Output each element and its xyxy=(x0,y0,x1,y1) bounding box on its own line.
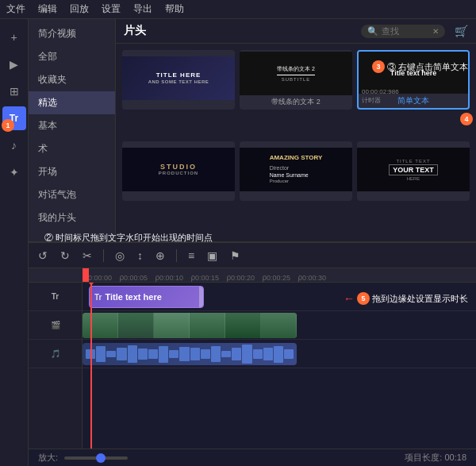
toolbar-separator-1 xyxy=(103,249,104,262)
timeline-toolbar: ↺ ↻ ✂ ◎ ↕ ⊕ ≡ ▣ ⚑ xyxy=(29,243,476,268)
sidebar-add-icon[interactable]: + xyxy=(2,25,26,49)
templates-grid: TITLE HERE AND SOME TEXT HERE 带线条的文本 2 S… xyxy=(116,44,476,234)
menu-playback[interactable]: 回放 xyxy=(70,2,89,16)
template-card-4[interactable]: STUDIO PRODUCTION xyxy=(122,141,235,201)
category-art[interactable]: 术 xyxy=(29,137,115,160)
timeline-ruler[interactable]: 00:00:00 00:00:05 00:00:10 00:00:15 00:0… xyxy=(29,268,476,283)
sidebar-media-icon[interactable]: ▶ xyxy=(2,52,26,76)
search-clear-icon[interactable]: ✕ xyxy=(432,27,439,36)
timeline-tracks: Tr 🎬 🎵 Tr xyxy=(29,283,476,449)
wave-bar xyxy=(117,348,126,361)
template-card-5[interactable]: AMAZING STORY Director Name Surname Prod… xyxy=(240,141,352,201)
track-area: Tr Title text here xyxy=(83,283,476,449)
video-frame-4 xyxy=(190,313,225,338)
title-clip[interactable]: Tr Title text here xyxy=(89,286,204,308)
track-label-video: 🎬 xyxy=(29,311,82,340)
layout-button[interactable]: ≡ xyxy=(185,248,198,264)
split-button[interactable]: ↕ xyxy=(134,248,146,264)
video-track-row xyxy=(83,311,476,340)
category-featured[interactable]: 精选 xyxy=(29,91,115,114)
wave-bar xyxy=(179,347,189,361)
undo-button[interactable]: ↺ xyxy=(35,248,51,264)
audio-clip[interactable] xyxy=(83,343,297,365)
ruler-mark-0: 00:00:00 xyxy=(84,274,120,282)
redo-button[interactable]: ↻ xyxy=(57,248,73,264)
video-frame-1 xyxy=(83,313,118,338)
wave-bar xyxy=(128,345,137,363)
menu-file[interactable]: 文件 xyxy=(6,2,25,16)
wave-bar xyxy=(211,346,221,362)
zoom-slider[interactable] xyxy=(64,456,128,460)
ruler-mark-4: 00:00:20 xyxy=(227,274,263,282)
category-my-titles[interactable]: 我的片头 xyxy=(29,206,115,229)
clip-right-handle[interactable] xyxy=(199,287,203,307)
search-box[interactable]: 🔍 ✕ xyxy=(361,25,445,38)
bottom-bar: 放大: 项目长度: 00:18 xyxy=(29,449,476,466)
wave-bar xyxy=(148,349,158,360)
ruler-mark-2: 00:00:10 xyxy=(155,274,191,282)
wave-bar xyxy=(274,346,283,363)
category-opening[interactable]: 开场 xyxy=(29,160,115,183)
ruler-mark-6: 00:00:30 xyxy=(298,274,334,282)
category-all[interactable]: 全部 xyxy=(29,45,115,68)
timeline-section: ② 时间标尺拖到文字水印开始出现的时间点 ↺ ↻ ✂ ◎ ↕ ⊕ ≡ ▣ ⚑ xyxy=(29,241,476,449)
video-frame-5 xyxy=(225,313,261,338)
sidebar-grid-icon[interactable]: ⊞ xyxy=(2,79,26,103)
ruler-mark-5: 00:00:25 xyxy=(263,274,298,282)
template-card-3[interactable]: Title text here 简单文本 00:00:02:986 计时器 添加… xyxy=(357,50,470,110)
category-bubble[interactable]: 对话气泡 xyxy=(29,183,115,206)
track-audio-icon: 🎵 xyxy=(51,349,60,358)
menu-settings[interactable]: 设置 xyxy=(102,2,121,16)
template-card-1[interactable]: TITLE HERE AND SOME TEXT HERE xyxy=(122,50,235,110)
main-layout: + ▶ ⊞ Tr ♪ ✦ 1 简介视频 全部 收藏夹 精选 基本 术 开场 对话… xyxy=(0,19,476,466)
content-area: 简介视频 全部 收藏夹 精选 基本 术 开场 对话气泡 我的片头 片头 🔍 xyxy=(29,19,476,466)
track-label-audio: 🎵 xyxy=(29,340,82,368)
template-3-label: 简单文本 xyxy=(397,94,429,108)
category-basic[interactable]: 基本 xyxy=(29,114,115,137)
add-button[interactable]: ⊕ xyxy=(152,248,168,264)
video-frame-3 xyxy=(154,313,190,338)
wave-bar xyxy=(169,350,178,358)
category-panel: 简介视频 全部 收藏夹 精选 基本 术 开场 对话气泡 我的片头 xyxy=(29,19,116,241)
cart-icon[interactable]: 🛒 xyxy=(455,25,468,37)
category-brief-video[interactable]: 简介视频 xyxy=(29,22,115,45)
zoom-thumb[interactable] xyxy=(96,453,106,463)
wave-bar xyxy=(263,348,273,360)
sidebar-text-icon[interactable]: Tr xyxy=(2,106,26,130)
project-duration-label: 项目长度: xyxy=(405,453,442,462)
toolbar-separator-2 xyxy=(176,249,177,262)
templates-title: 片头 xyxy=(124,24,146,38)
video-clip[interactable] xyxy=(83,313,297,338)
menu-help[interactable]: 帮助 xyxy=(165,2,184,16)
menu-edit[interactable]: 编辑 xyxy=(38,2,57,16)
template-card-2[interactable]: 带线条的文本 2 SUBTITLE 带线条的文本 2 xyxy=(240,50,352,110)
wave-bar xyxy=(242,345,251,364)
template-duration-label: 计时器 xyxy=(362,96,381,105)
ruler-mark-3: 00:00:15 xyxy=(191,274,227,282)
search-input[interactable] xyxy=(382,26,429,36)
track-title-icon: Tr xyxy=(52,292,59,301)
video-frames xyxy=(83,313,297,338)
sidebar-effects-icon[interactable]: ✦ xyxy=(2,160,26,184)
template-duration: 00:00:02:986 xyxy=(362,88,399,95)
title-clip-text: Title text here xyxy=(105,292,161,302)
wave-bar xyxy=(232,348,241,361)
wave-bar xyxy=(106,351,116,357)
menu-export[interactable]: 导出 xyxy=(133,2,152,16)
left-sidebar: + ▶ ⊞ Tr ♪ ✦ 1 xyxy=(0,19,29,466)
playhead[interactable] xyxy=(90,283,92,449)
snapshot-button[interactable]: ▣ xyxy=(204,248,221,264)
template-card-6[interactable]: TITLE TEXT YOUR TEXT HERE xyxy=(357,141,470,201)
video-frame-2 xyxy=(118,313,154,338)
record-button[interactable]: ◎ xyxy=(112,248,128,264)
wave-bar xyxy=(284,349,294,358)
zoom-label: 放大: xyxy=(38,452,58,464)
template-2-label: 带线条的文本 2 xyxy=(271,95,321,109)
title-track-row: Tr Title text here xyxy=(83,283,476,311)
wave-bar xyxy=(138,349,148,360)
marker-button[interactable]: ⚑ xyxy=(227,248,244,264)
sidebar-audio-icon[interactable]: ♪ xyxy=(2,133,26,157)
category-favorites[interactable]: 收藏夹 xyxy=(29,68,115,91)
cut-button[interactable]: ✂ xyxy=(79,248,95,264)
wave-bar xyxy=(201,349,210,358)
